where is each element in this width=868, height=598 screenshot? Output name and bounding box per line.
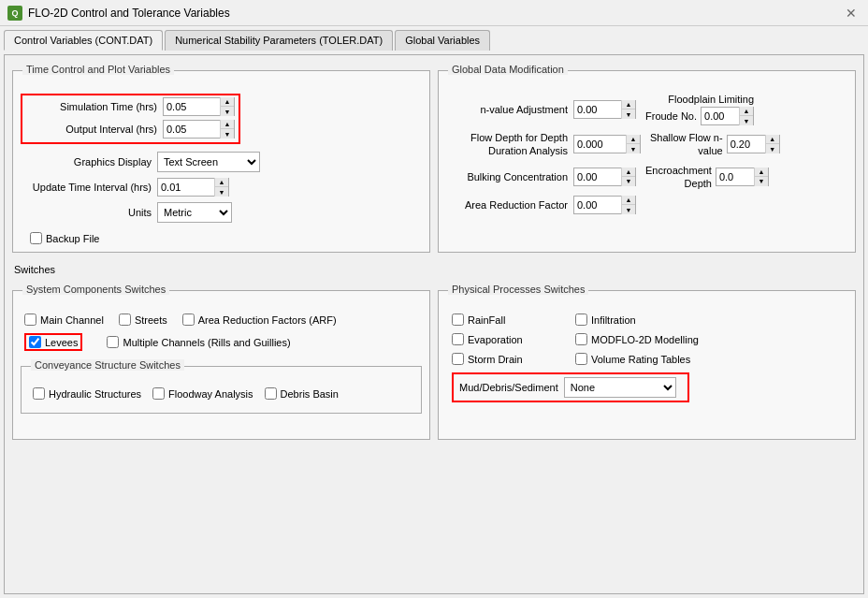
shallow-flow-up[interactable]: ▲ <box>766 135 779 144</box>
storm-drain-checkbox[interactable] <box>452 353 464 365</box>
nvalue-up[interactable]: ▲ <box>622 100 635 109</box>
encroachment-spinbox[interactable]: ▲ ▼ <box>716 168 769 186</box>
simulation-time-spinbox[interactable]: ▲ ▼ <box>163 97 235 116</box>
floodplain-down[interactable]: ▼ <box>740 116 753 125</box>
area-reduction-down[interactable]: ▼ <box>622 205 635 214</box>
rainfall-checkbox[interactable] <box>452 314 464 326</box>
update-time-spinbox[interactable]: ▲ ▼ <box>157 178 229 197</box>
volume-rating-checkbox[interactable] <box>575 353 587 365</box>
window-title: FLO-2D Control and Tolerance Variables <box>28 7 230 20</box>
area-reduction-spinbox[interactable]: ▲ ▼ <box>573 196 636 214</box>
flow-depth-down[interactable]: ▼ <box>627 144 640 153</box>
multiple-channels-checkbox[interactable] <box>107 336 119 348</box>
area-reduction-label: Area Reduction Factor <box>446 199 568 211</box>
nvalue-row: n-value Adjustment ▲ ▼ Floodplain Limiti… <box>446 94 847 125</box>
mud-debris-select[interactable]: None Mud Debris Sediment <box>564 377 676 398</box>
encroachment-up[interactable]: ▲ <box>755 168 768 177</box>
flow-depth-label: Flow Depth for Depth Duration Analysis <box>446 131 568 158</box>
update-time-label: Update Time Interval (hrs) <box>21 182 152 193</box>
bulking-input[interactable] <box>574 168 621 185</box>
encroachment-btns: ▲ ▼ <box>754 168 768 186</box>
simulation-time-up[interactable]: ▲ <box>221 97 234 107</box>
main-channel-checkbox[interactable] <box>24 314 36 326</box>
shallow-flow-label2: value <box>698 145 722 156</box>
backup-file-checkbox[interactable] <box>30 232 42 244</box>
bulking-down[interactable]: ▼ <box>622 177 635 186</box>
update-time-row: Update Time Interval (hrs) ▲ ▼ <box>21 178 422 197</box>
area-reduction-checkbox[interactable] <box>182 314 195 326</box>
storm-drain-item: Storm Drain <box>452 353 564 365</box>
evaporation-checkbox[interactable] <box>452 333 464 345</box>
shallow-flow-group: Shallow Flow n- value ▲ ▼ <box>650 131 780 158</box>
streets-label: Streets <box>135 314 167 326</box>
streets-checkbox[interactable] <box>119 314 131 326</box>
global-data-title: Global Data Modification <box>448 64 568 75</box>
hydraulic-structures-label: Hydraulic Structures <box>49 388 141 400</box>
units-select[interactable]: Metric English <box>157 202 232 223</box>
backup-file-row: Backup File <box>21 232 422 244</box>
update-time-down[interactable]: ▼ <box>215 187 228 197</box>
nvalue-input[interactable] <box>574 101 621 118</box>
tab-numerical-stability[interactable]: Numerical Stability Parameters (TOLER.DA… <box>165 30 393 51</box>
tab-bar: Control Variables (CONT.DAT) Numerical S… <box>4 30 864 51</box>
floodway-analysis-checkbox[interactable] <box>152 387 165 400</box>
bulking-spinbox[interactable]: ▲ ▼ <box>573 168 636 186</box>
debris-basin-checkbox[interactable] <box>265 387 277 400</box>
update-time-input[interactable] <box>158 179 214 196</box>
floodplain-spinbox[interactable]: ▲ ▼ <box>701 107 754 125</box>
output-interval-input[interactable] <box>164 121 220 138</box>
flow-depth-row: Flow Depth for Depth Duration Analysis ▲… <box>446 131 847 158</box>
syscomp-row1: Main Channel Streets Area Reduction Fact… <box>24 314 418 326</box>
shallow-flow-label: Shallow Flow n- value <box>650 131 723 158</box>
simulation-time-down[interactable]: ▼ <box>221 107 234 116</box>
flow-depth-spinbox[interactable]: ▲ ▼ <box>573 135 641 153</box>
mud-debris-highlight: Mud/Debris/Sediment None Mud Debris Sedi… <box>452 372 689 402</box>
conveyance-title: Conveyance Structure Switches <box>31 359 184 371</box>
sim-output-highlight: Simulation Time (hrs) ▲ ▼ Output Interva… <box>21 94 240 144</box>
output-interval-down[interactable]: ▼ <box>221 129 234 139</box>
simulation-time-btns: ▲ ▼ <box>220 97 234 116</box>
area-reduction-input[interactable] <box>574 197 621 213</box>
nvalue-spinbox[interactable]: ▲ ▼ <box>573 100 636 119</box>
output-interval-spinbox[interactable]: ▲ ▼ <box>163 120 235 139</box>
shallow-flow-down[interactable]: ▼ <box>766 144 779 153</box>
simulation-time-label: Simulation Time (hrs) <box>26 101 157 112</box>
streets-item: Streets <box>119 314 167 326</box>
graphics-display-row: Graphics Display Text Screen Graphics No… <box>21 152 422 172</box>
area-reduction-up[interactable]: ▲ <box>622 196 635 205</box>
hydraulic-structures-checkbox[interactable] <box>33 387 45 400</box>
nvalue-btns: ▲ ▼ <box>621 100 635 119</box>
time-control-title: Time Control and Plot Variables <box>22 64 174 75</box>
shallow-flow-spinbox[interactable]: ▲ ▼ <box>727 135 780 153</box>
infiltration-checkbox[interactable] <box>575 314 587 326</box>
physical-processes-title: Physical Processes Switches <box>448 284 588 295</box>
shallow-flow-input[interactable] <box>728 136 765 153</box>
output-interval-up[interactable]: ▲ <box>221 120 234 129</box>
bulking-up[interactable]: ▲ <box>622 168 635 177</box>
multiple-channels-label: Multiple Channels (Rills and Guillies) <box>123 337 290 348</box>
modflo-checkbox[interactable] <box>575 333 587 345</box>
bulking-row: Bulking Concentration ▲ ▼ Encroachment <box>446 164 847 191</box>
simulation-time-input[interactable] <box>164 98 220 115</box>
close-button[interactable]: ✕ <box>842 4 861 22</box>
physical-processes-group: Physical Processes Switches RainFall Inf… <box>438 290 856 440</box>
graphics-display-select[interactable]: Text Screen Graphics None <box>157 152 260 172</box>
flow-depth-label1: Flow Depth for Depth <box>470 132 568 143</box>
floodplain-up[interactable]: ▲ <box>740 107 753 116</box>
tab-control-variables[interactable]: Control Variables (CONT.DAT) <box>4 30 163 51</box>
encroachment-label1: Encroachment <box>645 165 712 176</box>
encroachment-down[interactable]: ▼ <box>755 177 768 186</box>
rainfall-item: RainFall <box>452 314 564 326</box>
content-area: Time Control and Plot Variables Simulati… <box>4 54 864 594</box>
levees-checkbox[interactable] <box>29 336 41 348</box>
main-window: Control Variables (CONT.DAT) Numerical S… <box>0 26 868 598</box>
output-interval-label: Output Interval (hrs) <box>26 124 157 135</box>
nvalue-down[interactable]: ▼ <box>622 109 635 119</box>
floodplain-input[interactable] <box>702 108 739 124</box>
update-time-up[interactable]: ▲ <box>215 178 228 187</box>
encroachment-label: Encroachment Depth <box>645 164 712 191</box>
flow-depth-input[interactable] <box>574 136 626 153</box>
flow-depth-up[interactable]: ▲ <box>627 135 640 144</box>
tab-global-variables[interactable]: Global Variables <box>395 30 490 51</box>
encroachment-input[interactable] <box>716 168 754 185</box>
